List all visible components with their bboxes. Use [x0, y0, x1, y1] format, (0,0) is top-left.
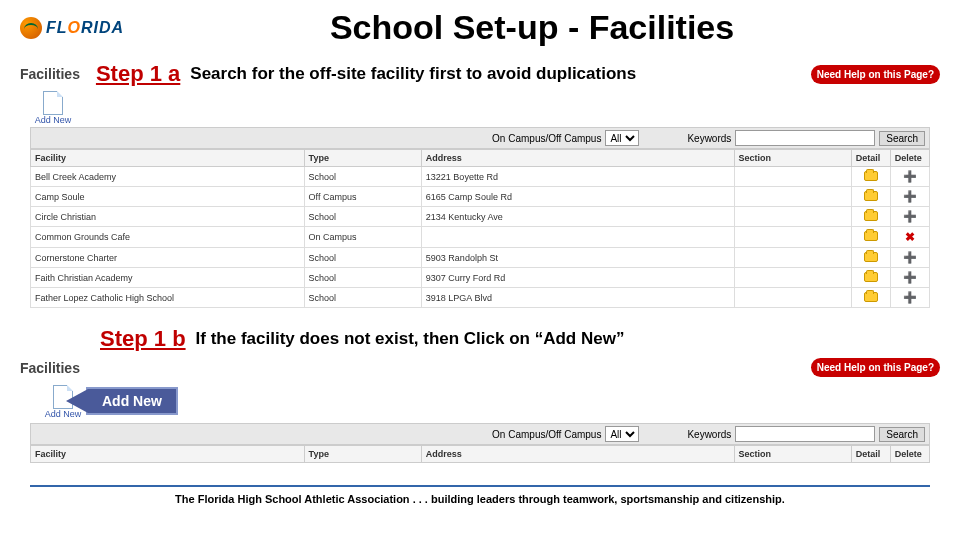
- new-document-icon: [43, 91, 63, 115]
- cell-facility: Circle Christian: [31, 207, 305, 227]
- cell-address: 3918 LPGA Blvd: [421, 288, 734, 308]
- delete-x-icon: ✖: [905, 230, 915, 244]
- help-button[interactable]: Need Help on this Page?: [811, 65, 940, 84]
- detail-button[interactable]: [851, 227, 890, 248]
- cell-address: 2134 Kentucky Ave: [421, 207, 734, 227]
- filter-bar: On Campus/Off Campus All Keywords Search: [30, 127, 930, 149]
- facilities-table-b: Facility Type Address Section Detail Del…: [30, 445, 930, 463]
- campus-filter-label: On Campus/Off Campus: [492, 429, 601, 440]
- cell-type: School: [304, 288, 421, 308]
- folder-icon: [864, 272, 878, 282]
- cell-section: [734, 248, 851, 268]
- th-section[interactable]: Section: [734, 150, 851, 167]
- th-type[interactable]: Type: [304, 150, 421, 167]
- delete-button[interactable]: ✖: [890, 227, 929, 248]
- logo-text: FL: [46, 19, 68, 36]
- cell-section: [734, 187, 851, 207]
- help-button[interactable]: Need Help on this Page?: [811, 358, 940, 377]
- cell-address: 9307 Curry Ford Rd: [421, 268, 734, 288]
- cell-section: [734, 268, 851, 288]
- detail-button[interactable]: [851, 248, 890, 268]
- cell-type: School: [304, 248, 421, 268]
- add-new-button[interactable]: Add New: [30, 91, 76, 125]
- step1b-row: Step 1 b If the facility does not exist,…: [20, 326, 940, 352]
- cell-section: [734, 288, 851, 308]
- step1a-row: Facilities Step 1 a Search for the off-s…: [20, 61, 940, 87]
- keywords-input[interactable]: [735, 426, 875, 442]
- table-row: Camp SouleOff Campus6165 Camp Soule Rd➕: [31, 187, 930, 207]
- slide-header: FLORIDA School Set-up - Facilities: [20, 8, 940, 47]
- cell-section: [734, 167, 851, 187]
- search-button[interactable]: Search: [879, 131, 925, 146]
- delete-button[interactable]: ➕: [890, 268, 929, 288]
- add-plus-icon: ➕: [903, 251, 917, 263]
- campus-filter-select[interactable]: All: [605, 426, 639, 442]
- cell-address: [421, 227, 734, 248]
- keywords-label: Keywords: [687, 133, 731, 144]
- cell-address: 5903 Randolph St: [421, 248, 734, 268]
- cell-facility: Bell Creek Academy: [31, 167, 305, 187]
- delete-button[interactable]: ➕: [890, 207, 929, 227]
- th-type[interactable]: Type: [304, 446, 421, 463]
- detail-button[interactable]: [851, 167, 890, 187]
- cell-type: School: [304, 167, 421, 187]
- add-plus-icon: ➕: [903, 170, 917, 182]
- table-row: Cornerstone CharterSchool5903 Randolph S…: [31, 248, 930, 268]
- add-new-callout: Add New: [86, 387, 178, 415]
- cell-facility: Faith Christian Academy: [31, 268, 305, 288]
- table-row: Bell Creek AcademySchool13221 Boyette Rd…: [31, 167, 930, 187]
- detail-button[interactable]: [851, 187, 890, 207]
- cell-facility: Cornerstone Charter: [31, 248, 305, 268]
- folder-icon: [864, 211, 878, 221]
- delete-button[interactable]: ➕: [890, 288, 929, 308]
- folder-icon: [864, 191, 878, 201]
- th-facility[interactable]: Facility: [31, 446, 305, 463]
- facilities-heading: Facilities: [20, 66, 80, 82]
- facilities-table-a: Facility Type Address Section Detail Del…: [30, 149, 930, 308]
- folder-icon: [864, 171, 878, 181]
- delete-button[interactable]: ➕: [890, 187, 929, 207]
- keywords-input[interactable]: [735, 130, 875, 146]
- detail-button[interactable]: [851, 268, 890, 288]
- detail-button[interactable]: [851, 288, 890, 308]
- search-button[interactable]: Search: [879, 427, 925, 442]
- detail-button[interactable]: [851, 207, 890, 227]
- th-detail: Detail: [851, 446, 890, 463]
- step1b-text: If the facility does not exist, then Cli…: [196, 329, 625, 349]
- cell-type: On Campus: [304, 227, 421, 248]
- add-plus-icon: ➕: [903, 271, 917, 283]
- page-title: School Set-up - Facilities: [124, 8, 940, 47]
- th-section[interactable]: Section: [734, 446, 851, 463]
- footer-text: The Florida High School Athletic Associa…: [20, 493, 940, 505]
- cell-address: 13221 Boyette Rd: [421, 167, 734, 187]
- keywords-label: Keywords: [687, 429, 731, 440]
- cell-type: Off Campus: [304, 187, 421, 207]
- th-address[interactable]: Address: [421, 150, 734, 167]
- cell-section: [734, 227, 851, 248]
- delete-button[interactable]: ➕: [890, 248, 929, 268]
- table-row: Common Grounds CafeOn Campus✖: [31, 227, 930, 248]
- delete-button[interactable]: ➕: [890, 167, 929, 187]
- cell-facility: Common Grounds Cafe: [31, 227, 305, 248]
- th-delete: Delete: [890, 446, 929, 463]
- table-row: Circle ChristianSchool2134 Kentucky Ave➕: [31, 207, 930, 227]
- th-facility[interactable]: Facility: [31, 150, 305, 167]
- cell-type: School: [304, 268, 421, 288]
- cell-section: [734, 207, 851, 227]
- folder-icon: [864, 252, 878, 262]
- add-plus-icon: ➕: [903, 190, 917, 202]
- th-delete: Delete: [890, 150, 929, 167]
- table-row: Father Lopez Catholic High SchoolSchool3…: [31, 288, 930, 308]
- th-address[interactable]: Address: [421, 446, 734, 463]
- basketball-icon: [20, 17, 42, 39]
- th-detail: Detail: [851, 150, 890, 167]
- campus-filter-select[interactable]: All: [605, 130, 639, 146]
- logo-text: O: [68, 19, 81, 36]
- add-new-label: Add New: [35, 115, 72, 125]
- folder-icon: [864, 292, 878, 302]
- cell-address: 6165 Camp Soule Rd: [421, 187, 734, 207]
- facilities-heading: Facilities: [20, 360, 80, 376]
- folder-icon: [864, 231, 878, 241]
- cell-type: School: [304, 207, 421, 227]
- table-row: Faith Christian AcademySchool9307 Curry …: [31, 268, 930, 288]
